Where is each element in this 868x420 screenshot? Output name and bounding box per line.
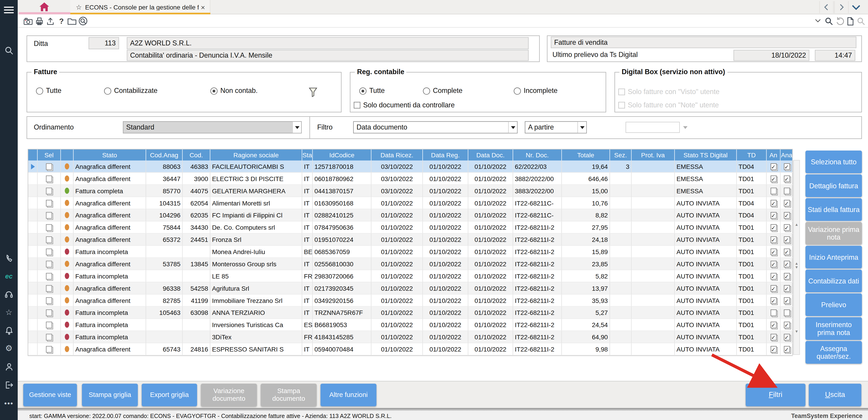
radio-mark[interactable] (211, 87, 218, 94)
copy-document-icon[interactable] (46, 261, 52, 267)
table-row[interactable]: Anagrafica different364473900ELECTRIC 3 … (28, 173, 792, 185)
column-header-cod[interactable]: Cod. (183, 149, 210, 160)
favorites-star-icon[interactable]: ☆ (0, 306, 18, 318)
last-pull-date-field[interactable]: 18/10/2022 (734, 50, 809, 61)
scroll-down-icon[interactable]: ▼ (794, 329, 799, 333)
column-header-indicator[interactable] (28, 149, 38, 160)
ordinamento-select[interactable]: Standard (123, 121, 302, 133)
table-row[interactable]: Anagrafica different5378513845Monterosso… (28, 258, 792, 270)
copy-document-icon[interactable] (46, 163, 52, 170)
radio-incomplete[interactable]: Incomplete (514, 87, 558, 94)
copy-document-icon[interactable] (46, 248, 52, 255)
notifications-bell-icon[interactable] (0, 324, 18, 337)
gestione-viste-button[interactable]: Gestione viste (23, 384, 77, 406)
column-header-data_reg[interactable]: Data Reg. (423, 149, 468, 160)
copy-document-icon[interactable] (46, 175, 52, 182)
column-header-dot[interactable] (61, 149, 73, 160)
prelievo-button[interactable]: Prelievo (805, 293, 862, 316)
copy-document-icon[interactable] (46, 322, 52, 328)
copy-document-icon[interactable] (46, 273, 52, 279)
inizio-anteprima-button[interactable]: Inizio Anteprima (805, 246, 862, 268)
copy-document-icon[interactable] (46, 200, 52, 206)
column-header-stato_ts[interactable]: Stato TS Digital (675, 149, 737, 160)
filter-funnel-icon[interactable] (308, 87, 318, 99)
filtro-extra-field[interactable] (625, 122, 680, 133)
column-header-data_ricez[interactable]: Data Ricez. (371, 149, 423, 160)
checkbox-solo-documenti-da-controllare[interactable]: Solo documenti da controllare (354, 101, 455, 109)
table-row[interactable]: Fattura completa8577044075GELATERIA MARG… (28, 185, 792, 197)
radio-non-contab[interactable]: Non contab. (211, 87, 258, 94)
upload-icon[interactable] (45, 16, 55, 26)
chevron-down-icon[interactable] (292, 122, 301, 133)
table-row[interactable]: Fattura incompleta3DiTexFR4184314528501/… (28, 331, 792, 343)
column-header-nr_doc[interactable]: Nr. Doc. (513, 149, 562, 160)
toolbar-chevron-down-icon[interactable] (813, 16, 823, 26)
chevron-down-icon[interactable] (508, 122, 517, 133)
copy-document-icon[interactable] (46, 224, 52, 231)
tab-favorite-star-icon[interactable]: ☆ (76, 3, 82, 11)
column-header-sta[interactable]: Sta (302, 149, 313, 160)
table-row[interactable]: Anagrafica different10431562054Alimentar… (28, 197, 792, 209)
company-code-field[interactable]: 113 (89, 37, 119, 49)
menu-icon[interactable] (0, 4, 18, 16)
document-icon[interactable] (845, 16, 855, 26)
camera-icon[interactable] (23, 16, 33, 26)
table-row[interactable]: Fattura incompletaLE 85FR2983072006601/1… (28, 270, 792, 282)
tab-list-dropdown-button[interactable] (846, 1, 865, 13)
radio-contabilizzate[interactable]: Contabilizzate (104, 87, 157, 94)
altre-funzioni-button[interactable]: Altre funzioni (320, 384, 376, 406)
tab-close-icon[interactable]: × (201, 3, 205, 11)
column-header-data_doc[interactable]: Data Doc. (468, 149, 513, 160)
column-header-cod_anag[interactable]: Cod.Anag (146, 149, 183, 160)
column-header-td[interactable]: TD (737, 149, 767, 160)
column-header-sez[interactable]: Sez. (610, 149, 632, 160)
filtro-mode-select[interactable]: A partire (525, 121, 587, 133)
table-row[interactable]: Anagrafica different7584434430De. Co. Co… (28, 221, 792, 234)
radio-tutte[interactable]: Tutte (36, 87, 61, 94)
ec-logo-icon[interactable]: ec (0, 270, 18, 282)
chevron-down-icon[interactable] (577, 122, 586, 133)
help-icon[interactable]: ? (57, 16, 66, 26)
filtro-field-select[interactable]: Data documento (353, 121, 518, 133)
headset-icon[interactable] (0, 288, 18, 300)
scroll-up-icon[interactable]: ▲ (794, 222, 799, 226)
radio-complete[interactable]: Complete (423, 87, 463, 94)
column-header-an[interactable]: An (767, 149, 780, 160)
column-header-sel[interactable]: Sel (38, 149, 61, 160)
column-header-ana[interactable]: Ana (780, 149, 793, 160)
table-row[interactable]: Fattura incompletaInversiones Turisticas… (28, 319, 792, 331)
copy-document-icon[interactable] (46, 187, 52, 194)
dettaglio-fattura-button[interactable]: Dettaglio fattura (805, 174, 862, 197)
radio-mark[interactable] (423, 87, 430, 94)
zoom-in-icon[interactable] (824, 16, 834, 26)
search-icon[interactable] (0, 44, 18, 57)
company-name-field[interactable]: A2Z WORLD S.R.L. (127, 37, 529, 49)
copy-document-icon[interactable] (46, 334, 52, 340)
last-pull-time-field[interactable]: 14:47 (815, 50, 855, 61)
scroll-thumb-icon[interactable]: ▲▼ (794, 261, 799, 269)
column-header-id_codice[interactable]: IdCodice (313, 149, 372, 160)
stampa-griglia-button[interactable]: Stampa griglia (82, 384, 138, 406)
tab-econs[interactable]: ☆ ECONS - Console per la gestione delle … (70, 0, 211, 14)
table-row[interactable]: Anagrafica different6574324816ESPRESSO S… (28, 343, 792, 355)
table-row[interactable]: Fattura incompleta10546363098ANNA TERZIA… (28, 307, 792, 319)
stati-della-fattura-button[interactable]: Stati della fattura (805, 198, 862, 221)
column-header-totale[interactable]: Totale (562, 149, 610, 160)
copy-document-icon[interactable] (46, 236, 52, 243)
column-header-ragione_sociale[interactable]: Ragione sociale (211, 149, 303, 160)
column-header-prot_iva[interactable]: Prot. Iva (631, 149, 675, 160)
copy-document-icon[interactable] (46, 285, 52, 291)
table-row[interactable]: Anagrafica different6537224451Fronza Srl… (28, 234, 792, 246)
uscita-button[interactable]: Uscita (809, 384, 862, 406)
column-header-stato[interactable]: Stato (74, 149, 146, 160)
grid-scrollbar[interactable]: ▲ ▲▼ ▼ (793, 160, 800, 355)
table-row[interactable]: Anagrafica different8278541199Immobiliar… (28, 295, 792, 307)
copy-document-icon[interactable] (46, 297, 52, 304)
table-row[interactable]: Fattura incompletaMonea Andrei-IuliuBE06… (28, 246, 792, 258)
logout-icon[interactable] (0, 379, 18, 391)
user-profile-icon[interactable] (0, 360, 18, 372)
radio-mark[interactable] (104, 87, 111, 94)
table-row[interactable]: Anagrafica different10429662035FC Impian… (28, 209, 792, 221)
seleziona-tutto-button[interactable]: Seleziona tutto (805, 151, 862, 173)
radio-mark[interactable] (359, 87, 366, 94)
